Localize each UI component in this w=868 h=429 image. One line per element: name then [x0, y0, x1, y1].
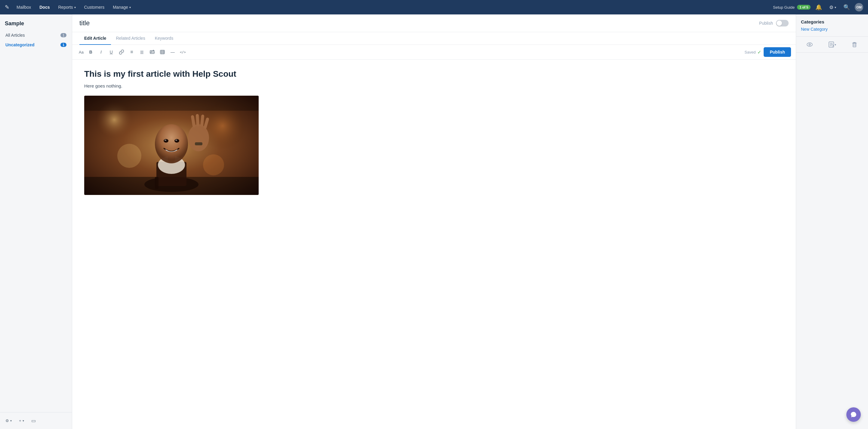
- sidebar-gear-button[interactable]: ⚙ ▾: [2, 417, 15, 425]
- setup-guide[interactable]: Setup Guide 1 of 5: [773, 5, 811, 10]
- tab-edit-article[interactable]: Edit Article: [80, 32, 111, 45]
- svg-rect-36: [853, 43, 856, 47]
- svg-point-13: [117, 144, 142, 168]
- toolbar-underline-button[interactable]: U: [106, 47, 116, 57]
- svg-line-28: [197, 116, 198, 125]
- logo-icon: ✎: [5, 4, 9, 10]
- toggle-knob: [777, 21, 782, 26]
- toolbar-align-button[interactable]: ≣: [137, 47, 147, 57]
- toolbar-code-button[interactable]: </>: [178, 47, 188, 57]
- manage-chevron-icon: ▾: [129, 6, 131, 9]
- nav-mailbox[interactable]: Mailbox: [13, 3, 35, 11]
- new-category-button[interactable]: New Category: [801, 27, 863, 32]
- svg-point-22: [164, 139, 168, 143]
- tab-related-articles[interactable]: Related Articles: [111, 32, 150, 45]
- sidebar-nav: All Articles 1 Uncategorized 1: [0, 30, 72, 412]
- svg-rect-32: [155, 177, 158, 189]
- delete-button[interactable]: [848, 39, 861, 50]
- uncategorized-badge: 1: [60, 43, 66, 47]
- tab-keywords[interactable]: Keywords: [150, 32, 178, 45]
- publish-toggle-area: Publish: [759, 20, 788, 27]
- right-panel: Categories New Category ▾: [796, 14, 868, 429]
- sidebar-actions: ⚙ ▾ + ▾ ▭: [0, 412, 72, 429]
- categories-title: Categories: [801, 19, 863, 24]
- svg-point-33: [807, 43, 812, 46]
- editor-area: Publish Edit Article Related Articles Ke…: [72, 14, 796, 429]
- toolbar-bold-button[interactable]: B: [86, 47, 96, 57]
- toolbar-table-button[interactable]: [158, 47, 167, 57]
- editor-content: This is my first article with Help Scout…: [72, 60, 796, 429]
- article-title-input[interactable]: [80, 19, 754, 27]
- all-articles-badge: 1: [60, 33, 66, 37]
- saved-check-icon: ✓: [757, 49, 761, 55]
- article-image: [84, 96, 259, 195]
- toolbar-list-button[interactable]: ≡: [127, 47, 136, 57]
- chat-fab-button[interactable]: [846, 407, 861, 422]
- reports-chevron-icon: ▾: [74, 6, 76, 9]
- svg-point-14: [203, 154, 224, 175]
- toolbar-font-size-button[interactable]: Aa: [77, 47, 85, 57]
- nav-reports[interactable]: Reports ▾: [55, 3, 79, 11]
- topnav: ✎ Mailbox Docs Reports ▾ Customers Manag…: [0, 0, 868, 14]
- account-menu[interactable]: ⚙ ▾: [827, 3, 839, 11]
- publish-label: Publish: [759, 21, 773, 26]
- notifications-icon[interactable]: 🔔: [814, 3, 823, 12]
- sidebar-item-all-articles[interactable]: All Articles 1: [2, 30, 69, 40]
- svg-rect-4: [160, 50, 164, 54]
- svg-point-25: [175, 140, 177, 141]
- toolbar-hr-button[interactable]: —: [168, 47, 178, 57]
- editor-tabs: Edit Article Related Articles Keywords: [72, 32, 796, 45]
- nav-manage[interactable]: Manage ▾: [109, 3, 134, 11]
- sidebar: Sample All Articles 1 Uncategorized 1 ⚙ …: [0, 14, 72, 429]
- export-button[interactable]: ▾: [826, 39, 838, 50]
- toolbar-image-button[interactable]: [147, 47, 157, 57]
- article-heading: This is my first article with Help Scout: [84, 69, 784, 79]
- preview-button[interactable]: [804, 39, 816, 50]
- svg-point-34: [809, 44, 811, 45]
- svg-point-24: [164, 140, 166, 141]
- preview-icon: ▭: [31, 418, 36, 424]
- publish-toggle[interactable]: [776, 20, 788, 27]
- article-image-svg: [84, 96, 259, 195]
- avatar[interactable]: OM: [855, 3, 863, 11]
- saved-indicator: Saved ✓: [745, 49, 762, 55]
- search-icon[interactable]: 🔍: [842, 3, 851, 12]
- svg-line-29: [202, 116, 203, 125]
- sidebar-add-button[interactable]: + ▾: [16, 417, 27, 425]
- nav-customers[interactable]: Customers: [81, 3, 108, 11]
- toolbar-italic-button[interactable]: I: [96, 47, 106, 57]
- svg-line-27: [192, 117, 194, 126]
- nav-docs[interactable]: Docs: [36, 3, 53, 11]
- svg-rect-15: [84, 96, 259, 111]
- editor-topbar: Publish: [72, 14, 796, 32]
- setup-badge: 1 of 5: [797, 5, 811, 10]
- publish-button[interactable]: Publish: [764, 47, 791, 57]
- account-chevron-icon: ▾: [835, 6, 836, 9]
- gear-chevron-icon: ▾: [10, 419, 12, 422]
- main-layout: Sample All Articles 1 Uncategorized 1 ⚙ …: [0, 14, 868, 429]
- right-panel-actions: ▾: [796, 37, 868, 53]
- add-chevron-icon: ▾: [23, 419, 24, 422]
- toolbar-right: Saved ✓ Publish: [745, 47, 791, 57]
- article-body: Here goes nothing.: [84, 83, 784, 90]
- account-icon: ⚙: [829, 4, 833, 10]
- sidebar-preview-button[interactable]: ▭: [28, 416, 39, 425]
- topnav-right: Setup Guide 1 of 5 🔔 ⚙ ▾ 🔍 OM: [773, 3, 863, 12]
- sidebar-item-uncategorized[interactable]: Uncategorized 1: [2, 40, 69, 50]
- plus-icon: +: [19, 419, 21, 423]
- editor-toolbar: Aa B I U ≡ ≣: [72, 45, 796, 60]
- gear-icon: ⚙: [5, 419, 9, 423]
- sidebar-title: Sample: [0, 14, 72, 30]
- toolbar-link-button[interactable]: [117, 47, 126, 57]
- svg-point-23: [175, 139, 179, 143]
- svg-point-21: [155, 124, 188, 163]
- svg-rect-31: [195, 142, 203, 145]
- right-panel-header: Categories New Category: [796, 14, 868, 37]
- export-chevron-icon: ▾: [835, 43, 836, 46]
